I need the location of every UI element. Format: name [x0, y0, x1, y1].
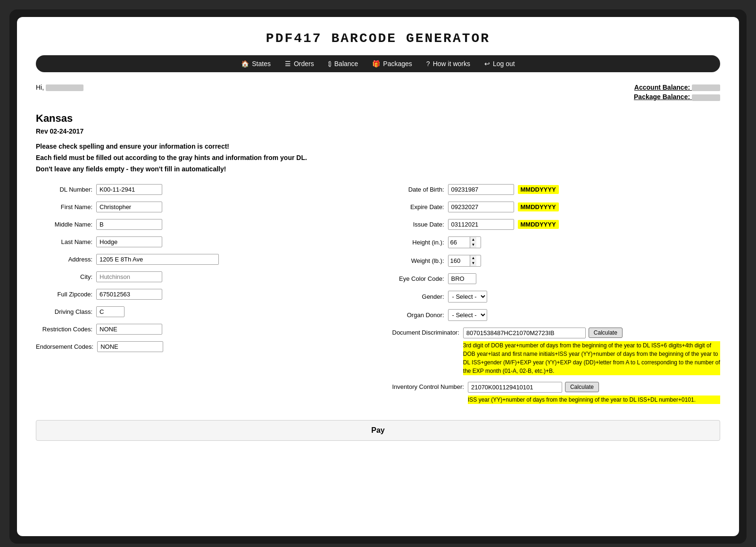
city-input[interactable]: [96, 271, 162, 282]
last-name-row: Last Name:: [36, 236, 364, 247]
nav-how-it-works[interactable]: ? How it works: [426, 60, 470, 67]
inv-ctrl-input-area: Calculate: [468, 382, 720, 393]
list-icon: ☰: [285, 60, 291, 67]
endorsement-codes-label: Endorsement Codes:: [36, 343, 93, 350]
doc-disc-calculate-button[interactable]: Calculate: [589, 328, 623, 338]
nav-balance[interactable]: ₿ Balance: [328, 60, 358, 67]
home-icon: 🏠: [241, 60, 249, 67]
dob-row: Date of Birth: MMDDYYYY: [392, 184, 721, 195]
height-row: Height (in.): ▲ ▼: [392, 236, 721, 248]
account-balance-value-redacted: [692, 84, 720, 91]
dob-input[interactable]: [448, 184, 514, 195]
nav-logout-label: Log out: [493, 60, 515, 67]
instruction-1: Please check spelling and ensure your in…: [36, 143, 720, 150]
endorsement-codes-row: Endorsement Codes:: [36, 341, 364, 352]
doc-disc-label: Document Discriminator:: [392, 328, 459, 336]
dl-number-input[interactable]: [96, 184, 162, 195]
weight-row: Weight (lb.): ▲ ▼: [392, 255, 721, 267]
weight-spinner: ▲ ▼: [448, 255, 481, 267]
height-input[interactable]: [449, 237, 470, 247]
organ-donor-select[interactable]: - Select - Yes No: [448, 309, 487, 321]
gender-row: Gender: - Select - M F: [392, 291, 721, 303]
package-balance-line: Package Balance:: [634, 93, 720, 101]
last-name-label: Last Name:: [36, 238, 92, 245]
middle-name-input[interactable]: [96, 219, 162, 230]
height-arrows: ▲ ▼: [470, 237, 477, 248]
account-balance-section: Account Balance: Package Balance:: [634, 84, 720, 103]
form-right: Date of Birth: MMDDYYYY Expire Date: MMD…: [392, 184, 721, 411]
weight-label: Weight (lb.):: [392, 257, 444, 264]
first-name-input[interactable]: [96, 202, 162, 212]
nav-states-label: States: [252, 60, 271, 67]
nav-packages[interactable]: 🎁 Packages: [372, 60, 412, 67]
doc-disc-hint: 3rd digit of DOB year+number of days fro…: [463, 341, 720, 375]
nav-orders[interactable]: ☰ Orders: [285, 60, 314, 67]
nav-states[interactable]: 🏠 States: [241, 60, 271, 67]
weight-down-arrow[interactable]: ▼: [470, 261, 477, 266]
nav-logout[interactable]: ↩ Log out: [484, 60, 515, 67]
restriction-codes-input[interactable]: [96, 324, 162, 335]
package-balance-value-redacted: [692, 94, 720, 101]
instruction-2: Each field must be filled out according …: [36, 154, 720, 161]
dl-number-row: DL Number:: [36, 184, 364, 195]
instruction-3: Don't leave any fields empty - they won'…: [36, 165, 720, 173]
endorsement-codes-input[interactable]: [97, 341, 163, 352]
nav-bar: 🏠 States ☰ Orders ₿ Balance 🎁 Packages ?…: [36, 55, 720, 72]
form-section: DL Number: First Name: Middle Name: Last…: [36, 184, 720, 411]
outer-container: PDF417 BARCODE GENERATOR 🏠 States ☰ Orde…: [9, 9, 747, 544]
city-label: City:: [36, 273, 92, 280]
doc-disc-input[interactable]: [463, 328, 586, 338]
weight-up-arrow[interactable]: ▲: [470, 255, 477, 261]
gender-label: Gender:: [392, 293, 444, 300]
gender-select[interactable]: - Select - M F: [448, 291, 487, 303]
expire-date-input[interactable]: [448, 202, 514, 212]
restriction-codes-label: Restriction Codes:: [36, 326, 92, 333]
inv-ctrl-calculate-button[interactable]: Calculate: [565, 382, 599, 392]
package-icon: 🎁: [372, 60, 380, 67]
nav-orders-label: Orders: [294, 60, 314, 67]
dob-label: Date of Birth:: [392, 186, 444, 193]
height-up-arrow[interactable]: ▲: [470, 237, 477, 243]
middle-name-label: Middle Name:: [36, 221, 92, 228]
account-balance-line: Account Balance:: [634, 84, 720, 91]
nav-how-label: How it works: [433, 60, 470, 67]
dob-hint: MMDDYYYY: [518, 185, 559, 194]
bitcoin-icon: ₿: [328, 60, 332, 67]
username-redacted: [46, 84, 83, 91]
eye-color-input[interactable]: [448, 273, 476, 284]
page-title: PDF417 BARCODE GENERATOR: [36, 31, 720, 46]
doc-disc-row: Document Discriminator: Calculate 3rd di…: [392, 328, 721, 375]
weight-input[interactable]: [449, 256, 470, 266]
height-label: Height (in.):: [392, 239, 444, 246]
last-name-input[interactable]: [96, 236, 162, 247]
issue-date-hint: MMDDYYYY: [518, 220, 559, 229]
issue-date-input[interactable]: [448, 219, 514, 230]
zipcode-input[interactable]: [96, 289, 162, 300]
expire-date-label: Expire Date:: [392, 203, 444, 210]
address-label: Address:: [36, 256, 92, 263]
inv-ctrl-input[interactable]: [468, 382, 562, 393]
package-balance-label: Package Balance:: [634, 93, 690, 101]
state-title: Kansas: [36, 112, 720, 125]
question-icon: ?: [426, 60, 430, 67]
top-bar: Hi, Account Balance: Package Balance:: [36, 84, 720, 103]
height-down-arrow[interactable]: ▼: [470, 242, 477, 248]
zipcode-row: Full Zipcode:: [36, 289, 364, 300]
inner-container: PDF417 BARCODE GENERATOR 🏠 States ☰ Orde…: [17, 17, 739, 536]
hi-prefix: Hi,: [36, 84, 44, 91]
address-input[interactable]: [96, 254, 219, 265]
form-left: DL Number: First Name: Middle Name: Last…: [36, 184, 364, 411]
organ-donor-row: Organ Donor: - Select - Yes No: [392, 309, 721, 321]
inv-ctrl-label: Inventory Control Number:: [392, 382, 464, 390]
expire-date-hint: MMDDYYYY: [518, 202, 559, 211]
driving-class-row: Driving Class:: [36, 306, 364, 317]
driving-class-label: Driving Class:: [36, 308, 92, 315]
zipcode-label: Full Zipcode:: [36, 291, 92, 298]
inv-ctrl-row: Inventory Control Number: Calculate ISS …: [392, 382, 721, 404]
logout-icon: ↩: [484, 60, 490, 67]
driving-class-input[interactable]: [96, 306, 125, 317]
eye-color-row: Eye Color Code:: [392, 273, 721, 284]
first-name-label: First Name:: [36, 203, 92, 210]
pay-button[interactable]: Pay: [36, 420, 720, 441]
eye-color-label: Eye Color Code:: [392, 275, 444, 282]
